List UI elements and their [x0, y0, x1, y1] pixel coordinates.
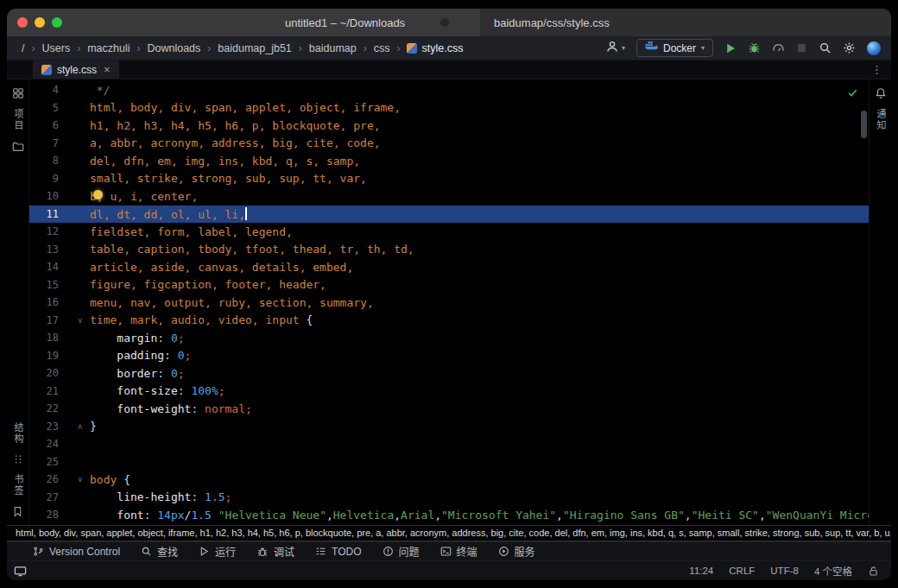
code-text[interactable]: time, mark, audio, video, input {	[90, 313, 869, 326]
breadcrumb-item[interactable]: Users	[39, 41, 73, 55]
inspection-ok-icon[interactable]	[847, 86, 858, 102]
line-number[interactable]: 21	[29, 385, 59, 397]
code-line[interactable]: 11dl, dt, dd, ol, ul, li,	[29, 205, 869, 224]
code-text[interactable]: html, body, div, span, applet, object, i…	[90, 101, 869, 114]
code-line[interactable]: 17∨time, mark, audio, video, input {	[29, 312, 869, 330]
line-number[interactable]: 5	[29, 102, 59, 114]
line-number[interactable]: 15	[29, 279, 59, 291]
toolwindow-button-todo[interactable]: TODO	[315, 546, 361, 558]
code-text[interactable]: del, dfn, em, img, ins, kbd, q, s, samp,	[90, 155, 869, 168]
lock-icon[interactable]	[868, 566, 879, 577]
breadcrumb-item[interactable]: maczhuli	[85, 41, 132, 55]
notifications-tool-button[interactable]: 通知	[876, 109, 885, 131]
code-line[interactable]: 16menu, nav, output, ruby, section, summ…	[29, 294, 869, 312]
breadcrumb-item[interactable]: css	[371, 41, 393, 55]
line-number[interactable]: 20	[29, 367, 59, 379]
selector-breadcrumb[interactable]: html, body, div, span, applet, object, i…	[7, 525, 891, 541]
line-number[interactable]: 16	[29, 296, 59, 308]
code-text[interactable]: */	[90, 84, 869, 97]
code-line[interactable]: 20 border: 0;	[29, 364, 869, 383]
code-line[interactable]: 25	[29, 453, 869, 471]
toolwindow-button-debug[interactable]: 调试	[256, 544, 294, 559]
zoom-button[interactable]	[52, 17, 62, 28]
code-text[interactable]: font-weight: normal;	[90, 402, 869, 415]
status-encoding[interactable]: UTF-8	[770, 566, 799, 576]
breadcrumb-item[interactable]: baidumap_jb51	[215, 41, 294, 55]
code-line[interactable]: 22 font-weight: normal;	[29, 400, 869, 418]
window-titlebar[interactable]: untitled1 – ~/Downloads baidumap/css/sty…	[7, 9, 891, 36]
editor-scrollbar[interactable]	[861, 111, 867, 138]
breadcrumb-item[interactable]: /	[19, 41, 27, 55]
notifications-bell-icon[interactable]	[875, 87, 887, 99]
code-text[interactable]: body {	[90, 473, 869, 486]
profiler-button[interactable]	[772, 41, 785, 54]
tab-options-kebab-icon[interactable]: ⋮	[871, 60, 891, 79]
code-line[interactable]: 26∨body {	[29, 471, 869, 489]
code-text[interactable]: b, u, i, center,	[90, 190, 869, 203]
code-line[interactable]: 10b, u, i, center,	[29, 187, 869, 205]
toolwindow-button-version-control[interactable]: Version Control	[33, 546, 120, 558]
code-line[interactable]: 15figure, figcaption, footer, header,	[29, 276, 869, 294]
line-number[interactable]: 18	[29, 332, 59, 344]
code-line[interactable]: 9small, strike, strong, sub, sup, tt, va…	[29, 170, 869, 188]
stop-button[interactable]	[796, 42, 807, 54]
project-tool-button[interactable]: 项目	[13, 109, 22, 131]
line-number[interactable]: 22	[29, 402, 59, 414]
line-number[interactable]: 12	[29, 225, 59, 237]
code-text[interactable]: small, strike, strong, sub, sup, tt, var…	[90, 172, 869, 185]
fold-marker-icon[interactable]: ∧	[59, 422, 90, 431]
breadcrumb-item[interactable]: style.css	[404, 41, 465, 55]
breadcrumb-item[interactable]: Downloads	[144, 41, 203, 55]
line-number[interactable]: 11	[29, 208, 59, 220]
code-line[interactable]: 12fieldset, form, label, legend,	[29, 223, 869, 241]
line-number[interactable]: 24	[29, 438, 59, 450]
line-number[interactable]: 19	[29, 350, 59, 362]
line-number[interactable]: 26	[29, 473, 59, 485]
code-text[interactable]: article, aside, canvas, details, embed,	[90, 261, 869, 274]
line-number[interactable]: 28	[29, 509, 59, 521]
code-text[interactable]: font: 14px/1.5 "Helvetica Neue",Helvetic…	[90, 509, 869, 522]
code-line[interactable]: 13table, caption, tbody, tfoot, thead, t…	[29, 241, 869, 259]
settings-button[interactable]	[843, 41, 856, 54]
code-line[interactable]: 18 margin: 0;	[29, 329, 869, 347]
toolwindow-button-find[interactable]: 查找	[141, 544, 178, 559]
avatar[interactable]	[867, 41, 881, 55]
code-text[interactable]: dl, dt, dd, ol, ul, li,	[90, 207, 869, 221]
line-number[interactable]: 23	[29, 420, 59, 433]
fold-marker-icon[interactable]: ∨	[59, 475, 90, 484]
intention-bulb-icon[interactable]	[93, 190, 103, 199]
code-line[interactable]: 23∧}	[29, 418, 869, 436]
code-line[interactable]: 27 line-height: 1.5;	[29, 489, 869, 507]
code-text[interactable]: table, caption, tbody, tfoot, thead, tr,…	[90, 243, 869, 256]
code-line[interactable]: 14article, aside, canvas, details, embed…	[29, 258, 869, 276]
code-line[interactable]: 28 font: 14px/1.5 "Helvetica Neue",Helve…	[29, 506, 869, 524]
line-number[interactable]: 9	[29, 173, 59, 185]
debug-button[interactable]	[748, 41, 761, 54]
search-everywhere-button[interactable]	[819, 41, 832, 54]
code-text[interactable]: }	[90, 420, 869, 433]
code-line[interactable]: 8del, dfn, em, img, ins, kbd, q, s, samp…	[29, 152, 869, 170]
run-button[interactable]	[724, 42, 737, 54]
code-text[interactable]: a, abbr, acronym, address, big, cite, co…	[90, 136, 869, 149]
structure-tool-button[interactable]: 结构	[13, 422, 22, 445]
code-text[interactable]: margin: 0;	[90, 332, 869, 345]
code-line[interactable]: 7a, abbr, acronym, address, big, cite, c…	[29, 135, 869, 153]
toolwindow-button-services[interactable]: 服务	[498, 544, 535, 559]
line-number[interactable]: 17	[29, 314, 59, 326]
close-button[interactable]	[17, 17, 28, 28]
line-number[interactable]: 7	[29, 137, 59, 149]
user-menu-button[interactable]: ▾	[605, 40, 625, 57]
bookmark-icon[interactable]	[12, 506, 23, 517]
code-line[interactable]: 24	[29, 435, 869, 453]
line-number[interactable]: 4	[29, 84, 59, 96]
code-text[interactable]: figure, figcaption, footer, header,	[90, 278, 869, 291]
code-text[interactable]: font-size: 100%;	[90, 384, 869, 397]
code-text[interactable]: h1, h2, h3, h4, h5, h6, p, blockquote, p…	[90, 119, 869, 132]
status-line-separator[interactable]: CRLF	[729, 566, 755, 576]
line-number[interactable]: 6	[29, 119, 59, 131]
editor[interactable]: 4 */5html, body, div, span, applet, obje…	[29, 79, 869, 525]
close-tab-icon[interactable]: ×	[102, 63, 111, 76]
code-text[interactable]: menu, nav, output, ruby, section, summar…	[90, 296, 869, 309]
more-dots-icon[interactable]	[13, 454, 23, 465]
code-line[interactable]: 5html, body, div, span, applet, object, …	[29, 99, 869, 117]
